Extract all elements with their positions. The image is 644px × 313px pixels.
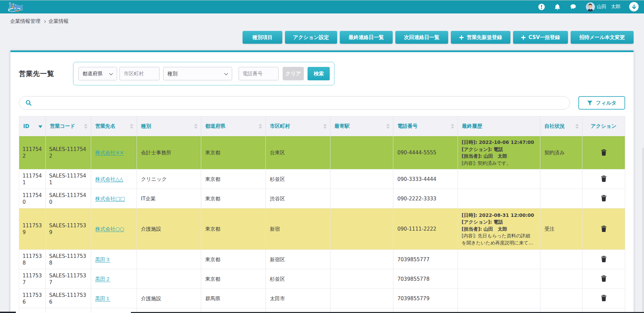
chevron-right-icon bbox=[43, 20, 46, 23]
breadcrumb-section[interactable]: 企業情報管理 bbox=[10, 18, 40, 25]
company-link[interactable]: 株式会社□□ bbox=[95, 196, 125, 202]
action-button[interactable]: アクション設定 bbox=[285, 31, 337, 44]
cell-action bbox=[582, 208, 625, 250]
filter-button-label: フィルタ bbox=[596, 100, 616, 106]
action-button-label: 営業先新規登録 bbox=[467, 34, 502, 41]
delete-button[interactable] bbox=[600, 194, 608, 202]
app-logo[interactable]: M PS bbox=[5, 1, 23, 12]
company-link[interactable]: 株式会社×× bbox=[95, 150, 124, 156]
action-button-label: 招待メール本文変更 bbox=[579, 34, 625, 41]
column-header-label: 電話番号 bbox=[397, 123, 418, 129]
filter-button[interactable]: フィルタ bbox=[578, 96, 625, 110]
cell-station bbox=[330, 250, 393, 269]
sort-icon bbox=[194, 124, 198, 129]
sort-icon bbox=[386, 124, 390, 129]
cell-type bbox=[137, 250, 201, 269]
company-link[interactable]: 黒田１ bbox=[95, 296, 110, 302]
cell-city: 新宿区 bbox=[266, 250, 330, 269]
cell-phone: 090-2222-3333 bbox=[393, 189, 458, 208]
arrow-down-circle-icon[interactable] bbox=[629, 2, 639, 11]
delete-button[interactable] bbox=[600, 294, 608, 302]
column-header[interactable]: 最寄駅 bbox=[330, 116, 393, 136]
keyword-search-box bbox=[19, 96, 570, 110]
table-row: 1117536SALES-1117536黒田１介護施設群馬県太田市7039855… bbox=[19, 289, 625, 308]
action-button[interactable]: 営業先新規登録 bbox=[451, 31, 510, 44]
delete-button[interactable] bbox=[600, 148, 608, 156]
column-header[interactable]: 種別 bbox=[137, 116, 201, 136]
cell-type: IT企業 bbox=[137, 189, 201, 208]
type-select[interactable]: 種別 bbox=[163, 67, 232, 80]
delete-button[interactable] bbox=[600, 255, 608, 263]
prefecture-select[interactable]: 都道府県 bbox=[78, 67, 117, 80]
delete-button[interactable] bbox=[600, 274, 608, 282]
cell-own-status: 契約済み bbox=[540, 136, 582, 169]
action-button[interactable]: 招待メール本文変更 bbox=[571, 31, 634, 44]
cell-prefecture: 東京都 bbox=[201, 269, 266, 289]
funnel-icon bbox=[587, 101, 593, 106]
cell-sales-code: SALES-1117536 bbox=[46, 289, 91, 308]
column-header[interactable]: 営業先名 bbox=[91, 116, 137, 136]
trash-icon bbox=[601, 295, 607, 301]
history-line: [担当者]: 山田 太郎 bbox=[462, 153, 534, 160]
search-button[interactable]: 検索 bbox=[308, 67, 330, 80]
column-header[interactable]: 営業コード bbox=[46, 116, 91, 136]
cell-own-status bbox=[540, 289, 582, 308]
svg-text:PS: PS bbox=[14, 4, 23, 11]
cell-phone: 7039855778 bbox=[393, 269, 458, 289]
history-line: [内容]: 契約済みです。 bbox=[462, 160, 534, 167]
cell-type: 介護施設 bbox=[137, 289, 201, 308]
cell-city: 杉並区 bbox=[266, 169, 330, 189]
company-link[interactable]: 株式会社△△ bbox=[95, 176, 123, 182]
action-button[interactable]: 種別項目 bbox=[243, 31, 282, 44]
page-action-buttons: 種別項目アクション設定最終連絡日一覧次回連絡日一覧営業先新規登録CSV一括登録招… bbox=[10, 31, 634, 44]
column-header[interactable]: ID bbox=[19, 116, 46, 136]
cell-city: 台東区 bbox=[266, 136, 330, 169]
keyword-search-input[interactable] bbox=[35, 97, 570, 109]
chat-bubble-icon[interactable] bbox=[570, 3, 577, 10]
info-circle-icon[interactable] bbox=[538, 3, 545, 10]
company-link[interactable]: 黒田３ bbox=[95, 257, 110, 263]
cell-city: 太田市 bbox=[266, 289, 330, 308]
column-header[interactable]: 都道府県 bbox=[201, 116, 266, 136]
company-link[interactable]: 黒田２ bbox=[95, 276, 110, 282]
sales-table: ID営業コード営業先名種別都道府県市区町村最寄駅電話番号最終履歴自社状況アクショ… bbox=[19, 116, 625, 313]
column-header-label: 自社状況 bbox=[544, 123, 565, 129]
history-line: [アクション]: 電話 bbox=[462, 146, 534, 153]
column-header[interactable]: 自社状況 bbox=[540, 116, 582, 136]
cell-id: 1117536 bbox=[19, 289, 46, 308]
cell-prefecture: 群馬県 bbox=[201, 289, 266, 308]
table-row: 1117539SALES-1117539株式会社○○介護施設東京都新宿090-1… bbox=[19, 208, 625, 250]
column-header[interactable]: 電話番号 bbox=[393, 116, 458, 136]
clear-button[interactable]: クリア bbox=[283, 67, 304, 80]
table-row: 1117537SALES-1117537黒田２東京都杉並区7039855778 bbox=[19, 269, 625, 289]
cell-own-status: 受注 bbox=[540, 208, 582, 250]
cell-station bbox=[330, 189, 393, 208]
cell-sales-code: SALES-1117541 bbox=[46, 169, 91, 189]
delete-button[interactable] bbox=[600, 174, 608, 183]
action-button[interactable]: CSV一括登録 bbox=[513, 31, 568, 44]
cell-own-status bbox=[540, 169, 582, 189]
scrollbar[interactable] bbox=[643, 148, 643, 313]
cell-action bbox=[582, 189, 625, 208]
sales-table-wrap: ID営業コード営業先名種別都道府県市区町村最寄駅電話番号最終履歴自社状況アクショ… bbox=[19, 116, 625, 313]
sort-desc-icon bbox=[38, 125, 42, 128]
action-button[interactable]: 最終連絡日一覧 bbox=[340, 31, 393, 44]
cell-own-status bbox=[540, 250, 582, 269]
breadcrumb: 企業情報管理 企業情報 bbox=[0, 13, 644, 25]
delete-button[interactable] bbox=[600, 225, 608, 233]
cell-own-status bbox=[540, 269, 582, 289]
bell-icon[interactable] bbox=[554, 3, 561, 10]
trash-icon bbox=[601, 225, 607, 232]
avatar[interactable] bbox=[586, 2, 595, 11]
sort-icon bbox=[84, 124, 87, 129]
cell-sales-code: SALES-1117539 bbox=[46, 208, 91, 250]
cell-phone: 090-1111-2222 bbox=[393, 208, 458, 250]
cell-action bbox=[582, 289, 625, 308]
cell-prefecture: 東京都 bbox=[201, 189, 266, 208]
cell-company-name bbox=[91, 308, 137, 313]
company-link[interactable]: 株式会社○○ bbox=[95, 226, 124, 232]
city-input[interactable] bbox=[119, 67, 159, 80]
column-header[interactable]: 市区町村 bbox=[266, 116, 330, 136]
phone-input[interactable] bbox=[239, 67, 279, 80]
action-button[interactable]: 次回連絡日一覧 bbox=[395, 31, 448, 44]
